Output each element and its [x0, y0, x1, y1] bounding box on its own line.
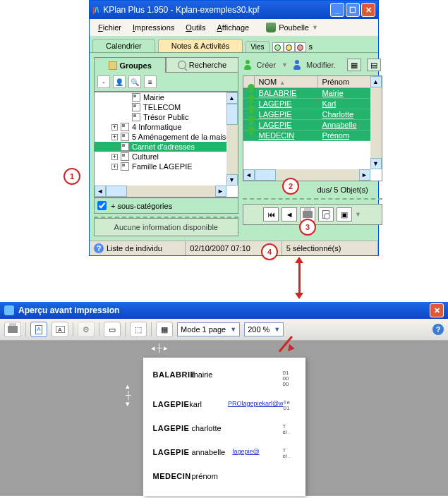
tree-scrollbar-horizontal[interactable]: ◄ ► — [95, 186, 226, 197]
card-view-icon[interactable]: ▤ — [367, 59, 381, 71]
preview-close-button[interactable]: ✕ — [430, 303, 444, 317]
subcategories-checkbox[interactable] — [97, 201, 107, 210]
print-button[interactable] — [4, 322, 21, 337]
scroll-up-button[interactable]: ▲ — [370, 76, 382, 87]
tab-calendrier[interactable]: Calendrier — [92, 39, 155, 52]
menu-fichier[interactable]: Fichier — [94, 22, 126, 33]
filter-yellow-button[interactable] — [284, 42, 295, 52]
chevron-down-icon: ▼ — [274, 326, 280, 333]
grid-scrollbar-vertical[interactable]: ▲ ▼ — [370, 76, 382, 169]
tree-node[interactable]: Mairie — [95, 92, 238, 102]
menu-affichage[interactable]: Affichage — [212, 22, 253, 33]
nav-first-button[interactable]: ⏮ — [263, 207, 279, 221]
preview-titlebar[interactable]: Aperçu avant impression ✕ — [0, 302, 448, 319]
scroll-right-button[interactable]: ► — [359, 169, 370, 181]
expander-icon[interactable]: + — [111, 134, 118, 140]
multi-page-button[interactable]: ▦ — [156, 322, 173, 337]
recherche-label: Recherche — [189, 61, 226, 69]
create-button[interactable]: Créer — [257, 61, 277, 69]
tab-vues[interactable]: Vies — [246, 41, 269, 52]
chevron-down-icon[interactable]: ▼ — [281, 61, 288, 68]
help-button[interactable]: ? — [432, 324, 444, 335]
table-row[interactable]: BALABRIEMairie — [243, 88, 382, 99]
preview-canvas[interactable]: ◂┼▸ ▴┼▾ BALABRIEmairie010000LAGEPIEkarlP… — [0, 341, 448, 496]
fit-width-button[interactable]: ⬚ — [130, 322, 147, 337]
entry-prenom: mairie — [192, 370, 233, 387]
scroll-right-button[interactable]: ► — [215, 186, 226, 197]
print-preview-button[interactable] — [318, 207, 334, 221]
zoom-select[interactable]: 200 % ▼ — [244, 322, 284, 336]
help-icon[interactable]: ? — [94, 243, 104, 253]
scroll-left-button[interactable]: ◄ — [95, 186, 106, 197]
page-mode-select[interactable]: Mode 1 page ▼ — [177, 322, 240, 336]
titlebar[interactable]: |/\ KPlan Plus 1.950 - Kplan-exemples30.… — [90, 1, 378, 19]
entry-link[interactable] — [233, 424, 283, 435]
panel-tab-groupes[interactable]: Groupes — [94, 57, 166, 73]
zoom-label: 200 % — [248, 325, 270, 334]
expander-icon[interactable]: + — [111, 154, 118, 160]
export-button[interactable]: ▣ — [337, 207, 352, 221]
tree-tool-person-icon[interactable]: 👤 — [113, 75, 126, 88]
tree-node[interactable]: +5 Aménagement de la maison — [95, 132, 238, 142]
col-nom[interactable]: NOM▲ — [255, 76, 318, 87]
fit-page-button[interactable]: ▭ — [104, 322, 121, 337]
chevron-down-icon[interactable]: ▼ — [355, 211, 361, 218]
cell-nom: LAGEPIE — [255, 99, 318, 109]
preview-title: Aperçu avant impression — [18, 305, 430, 315]
table-row[interactable]: LAGEPIEAnnabelle — [243, 120, 382, 130]
scroll-thumb-v[interactable] — [226, 104, 238, 125]
tree-node[interactable]: +Famille LAGEPIE — [95, 162, 238, 171]
tab-notes-activites[interactable]: Notes & Activités — [158, 39, 243, 52]
maximize-button[interactable]: ☐ — [346, 3, 360, 17]
expander-icon[interactable]: + — [111, 124, 118, 130]
scroll-thumb-h[interactable] — [255, 169, 276, 181]
tree-tool-list-icon[interactable]: ≡ — [144, 75, 157, 88]
entry-link[interactable] — [233, 370, 283, 387]
menu-poubelle[interactable]: Poubelle ▼ — [266, 22, 318, 33]
entry-prenom: annabelle — [192, 448, 233, 459]
margin-handle-left[interactable]: ▴┼▾ — [126, 382, 133, 408]
tree-node[interactable]: Trésor Public — [95, 112, 238, 122]
scroll-down-button[interactable]: ▼ — [226, 174, 238, 186]
entry-link[interactable] — [233, 472, 283, 480]
entry-nom: MEDECIN — [153, 472, 192, 480]
filter-green-button[interactable] — [272, 42, 284, 52]
entry-link[interactable]: PROlagepiekarl@w — [228, 400, 284, 411]
tree-node[interactable]: +Culturel — [95, 152, 238, 162]
tree-scrollbar-vertical[interactable]: ▲ ▼ — [226, 92, 238, 186]
settings-button[interactable]: ⚙ — [78, 322, 95, 337]
scroll-up-button[interactable]: ▲ — [226, 92, 238, 104]
window-title: KPlan Plus 1.950 - Kplan-exemples30.kpf — [103, 5, 330, 15]
tree-tool-find-icon[interactable]: 🔍 — [128, 75, 141, 88]
panel-tab-recherche[interactable]: Recherche — [166, 57, 238, 73]
table-row[interactable]: LAGEPIECharlotte — [243, 109, 382, 120]
grid-scrollbar-horizontal[interactable]: ◄ ► — [243, 169, 370, 181]
contacts-grid[interactable]: NOM▲ Prénom BALABRIEMairieLAGEPIEKarlLAG… — [243, 75, 382, 181]
margin-handle-top[interactable]: ◂┼▸ — [151, 344, 169, 353]
nav-prev-button[interactable]: ◄ — [281, 207, 297, 221]
orientation-landscape-button[interactable]: A — [52, 322, 68, 337]
cell-nom: BALABRIE — [255, 88, 318, 98]
grid-view-icon[interactable]: ▦ — [347, 59, 361, 71]
tree-node[interactable]: TELECOM — [95, 102, 238, 112]
chevron-down-icon: ▼ — [230, 326, 236, 333]
scroll-down-button[interactable]: ▼ — [370, 158, 382, 169]
menu-impressions[interactable]: Impressions — [128, 22, 178, 33]
table-row[interactable]: LAGEPIEKarl — [243, 99, 382, 109]
modify-button[interactable]: Modifier. — [306, 61, 336, 69]
scroll-left-button[interactable]: ◄ — [243, 169, 255, 181]
minimize-button[interactable]: _ — [330, 3, 344, 17]
subcategories-toggle[interactable]: + sous-catégories — [94, 198, 238, 214]
close-button[interactable]: ✕ — [361, 3, 375, 17]
expander-icon[interactable]: + — [111, 164, 118, 170]
orientation-portrait-button[interactable]: A — [30, 322, 47, 337]
table-row[interactable]: MEDECINPrénom — [243, 130, 382, 141]
menu-outils[interactable]: Outils — [181, 22, 210, 33]
tree-node[interactable]: +4 Informatique — [95, 122, 238, 132]
scroll-thumb-h[interactable] — [106, 186, 127, 197]
tree-tool-1[interactable]: - — [97, 75, 110, 88]
filter-red-button[interactable] — [295, 42, 306, 52]
entry-link[interactable]: lagepie@ — [233, 448, 283, 459]
groups-tree[interactable]: MairieTELECOMTrésor Public+4 Informatiqu… — [94, 92, 238, 198]
tree-node[interactable]: Carnet d'adresses — [95, 142, 238, 152]
